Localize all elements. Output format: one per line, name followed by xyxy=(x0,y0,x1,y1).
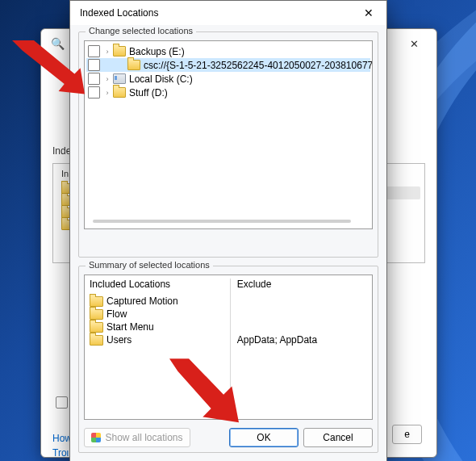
included-location-row[interactable]: Captured Motion xyxy=(90,295,231,308)
show-all-locations-button[interactable]: Show all locations xyxy=(84,428,190,447)
included-location-row[interactable]: Flow xyxy=(90,308,231,321)
included-location-row[interactable]: Start Menu xyxy=(90,321,231,333)
folder-icon xyxy=(127,60,140,70)
dialog-titlebar: Indexed Locations ✕ xyxy=(70,1,386,25)
included-location-row[interactable]: Users xyxy=(90,333,231,346)
indexed-locations-dialog: Indexed Locations ✕ Change selected loca… xyxy=(69,0,387,461)
tree-item-label: Local Disk (C:) xyxy=(129,73,193,85)
ok-button[interactable]: OK xyxy=(229,428,299,447)
horizontal-scrollbar[interactable] xyxy=(93,220,351,223)
exclude-cell: AppData; AppData xyxy=(237,333,367,346)
folder-icon xyxy=(90,322,103,333)
uac-shield-icon xyxy=(91,433,101,442)
button-label: OK xyxy=(257,432,270,443)
folder-icon xyxy=(113,87,126,98)
button-label: Cancel xyxy=(323,432,353,443)
desktop-wallpaper: 🔍 ✕ Inde In How Troι e Indexed Locations… xyxy=(0,0,476,461)
exclude-cell xyxy=(237,308,367,321)
drive-icon xyxy=(113,73,126,84)
exclude-cell xyxy=(237,295,367,308)
folder-icon xyxy=(90,296,103,307)
location-label: Flow xyxy=(106,308,127,320)
button-label: Show all locations xyxy=(105,432,182,443)
folder-icon xyxy=(113,46,126,57)
tree-item[interactable]: ›Backups (E:) xyxy=(86,44,370,58)
dialog-title: Indexed Locations xyxy=(80,7,158,19)
tree-checkbox[interactable] xyxy=(88,59,100,71)
locations-tree[interactable]: ›Backups (E:)csc://{S-1-5-21-3252562245-… xyxy=(84,40,373,229)
tree-item-label: Stuff (D:) xyxy=(129,87,168,98)
chevron-right-icon[interactable]: › xyxy=(102,75,112,83)
close-icon[interactable]: ✕ xyxy=(356,4,382,22)
tree-item[interactable]: ›Stuff (D:) xyxy=(86,86,370,99)
close-button-fragment[interactable]: e xyxy=(392,425,422,444)
included-pane: Included Locations Captured MotionFlowSt… xyxy=(90,279,231,416)
included-header: Included Locations xyxy=(90,279,231,290)
checkbox-fragment[interactable] xyxy=(56,396,68,409)
location-label: Users xyxy=(106,334,132,346)
close-icon[interactable]: ✕ xyxy=(399,33,430,55)
summary-group: Summary of selected locations Included L… xyxy=(78,266,378,453)
tree-item[interactable]: ›Local Disk (C:) xyxy=(86,72,370,86)
tree-checkbox[interactable] xyxy=(88,73,100,85)
exclude-header: Exclude xyxy=(237,279,367,290)
location-label: Start Menu xyxy=(106,321,154,333)
tree-checkbox[interactable] xyxy=(88,86,100,98)
chevron-right-icon[interactable]: › xyxy=(102,48,112,56)
exclude-pane: Exclude AppData; AppData xyxy=(230,279,367,416)
folder-icon xyxy=(90,335,103,346)
cancel-button[interactable]: Cancel xyxy=(303,428,373,447)
tree-checkbox[interactable] xyxy=(88,45,100,57)
exclude-text: AppData; AppData xyxy=(237,334,317,346)
location-label: Captured Motion xyxy=(106,295,178,307)
change-locations-group: Change selected locations ›Backups (E:)c… xyxy=(78,31,378,258)
group-label: Change selected locations xyxy=(86,26,196,36)
exclude-cell xyxy=(237,321,367,333)
chevron-right-icon[interactable]: › xyxy=(102,89,112,97)
tree-item[interactable]: csc://{S-1-5-21-3252562245-4012050027-20… xyxy=(86,58,370,72)
tree-item-label: Backups (E:) xyxy=(129,46,185,57)
search-icon: 🔍 xyxy=(51,37,65,50)
tree-item-label: csc://{S-1-5-21-3252562245-4012050027-20… xyxy=(144,60,373,71)
folder-icon xyxy=(90,309,103,320)
group-label: Summary of selected locations xyxy=(86,260,213,270)
